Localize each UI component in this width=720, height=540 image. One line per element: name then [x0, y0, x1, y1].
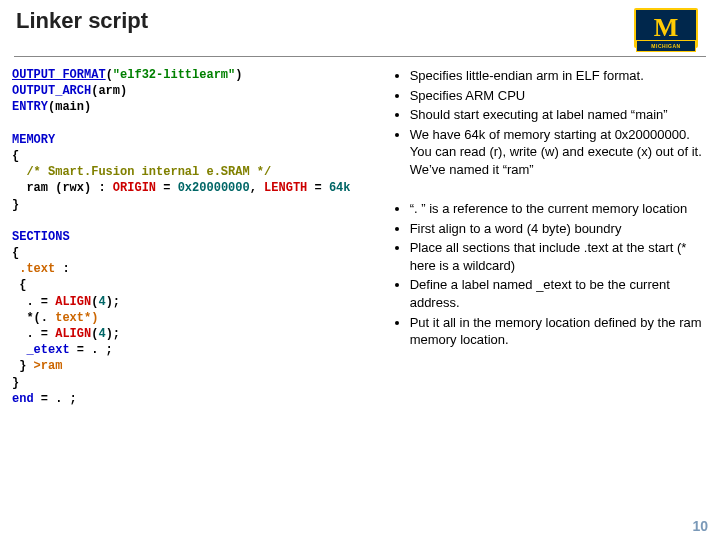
code-column: OUTPUT_FORMAT("elf32-littlearm") OUTPUT_… [12, 67, 386, 407]
notes-column: Specifies little-endian arm in ELF forma… [390, 67, 708, 407]
list-item: We have 64k of memory starting at 0x2000… [410, 126, 708, 179]
list-item: Define a label named _etext to be the cu… [410, 276, 708, 311]
list-item: Place all sections that include .text at… [410, 239, 708, 274]
divider [14, 56, 706, 57]
content: OUTPUT_FORMAT("elf32-littlearm") OUTPUT_… [0, 67, 720, 407]
list-item: “. ” is a reference to the current memor… [410, 200, 708, 218]
michigan-logo: M MICHIGAN [634, 8, 704, 52]
list-item: First align to a word (4 byte) boundry [410, 220, 708, 238]
list-item: Specifies ARM CPU [410, 87, 708, 105]
logo-block: M MICHIGAN [634, 8, 698, 48]
header: Linker script M MICHIGAN [0, 0, 720, 52]
list-item: Specifies little-endian arm in ELF forma… [410, 67, 708, 85]
page-number: 10 [692, 518, 708, 534]
notes-top-list: Specifies little-endian arm in ELF forma… [390, 67, 708, 178]
logo-banner: MICHIGAN [636, 40, 696, 52]
logo-letter: M [654, 15, 679, 41]
notes-bottom-list: “. ” is a reference to the current memor… [390, 200, 708, 348]
list-item: Should start executing at label named “m… [410, 106, 708, 124]
list-item: Put it all in the memory location define… [410, 314, 708, 349]
page-title: Linker script [16, 8, 148, 34]
